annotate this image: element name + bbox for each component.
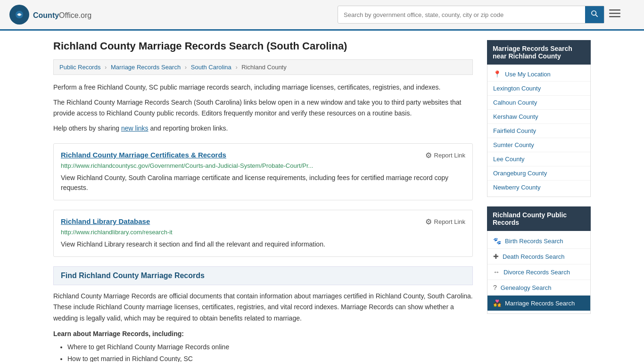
sidebar-county-orangeburg[interactable]: Orangeburg County — [487, 166, 590, 181]
report-link-2[interactable]: ⚙ Report Link — [425, 217, 465, 226]
sidebar-county-newberry[interactable]: Newberry County — [487, 181, 590, 194]
report-icon-2: ⚙ — [425, 217, 432, 226]
learn-heading: Learn about Marriage Records, including: — [53, 330, 473, 337]
sidebar-county-lexington[interactable]: Lexington County — [487, 82, 590, 96]
birth-records-item[interactable]: 🐾 Birth Records Search — [487, 233, 590, 249]
intro-paragraph-3: Help others by sharing new links and rep… — [53, 123, 473, 133]
public-records-title: Richland County Public Records — [487, 206, 591, 231]
search-input[interactable] — [338, 8, 585, 22]
link-card-2: Richland Library Database ⚙ Report Link … — [53, 210, 473, 257]
nearby-body: 📍 Use My Location Lexington County Calho… — [487, 65, 591, 197]
sidebar-county-sumter[interactable]: Sumter County — [487, 138, 590, 152]
logo-icon — [9, 5, 29, 25]
menu-icon[interactable] — [609, 8, 620, 22]
new-links-link[interactable]: new links — [121, 124, 149, 132]
marriage-records-item[interactable]: 💑 Marriage Records Search — [487, 296, 590, 311]
link-card-1-title[interactable]: Richland County Marriage Certificates & … — [61, 151, 226, 159]
use-my-location-link[interactable]: Use My Location — [505, 71, 551, 78]
link-card-1: Richland County Marriage Certificates & … — [53, 143, 473, 200]
intro-paragraph-2: The Richland County Marriage Records Sea… — [53, 97, 473, 118]
sidebar: Marriage Records Search near Richland Co… — [487, 40, 591, 362]
death-records-item[interactable]: ✚ Death Records Search — [487, 249, 590, 264]
sidebar-county-lee[interactable]: Lee County — [487, 152, 590, 166]
find-section-header: Find Richland County Marriage Records — [53, 266, 473, 285]
breadcrumb-current: Richland County — [241, 64, 286, 71]
genealogy-icon: ? — [493, 284, 497, 291]
breadcrumb-link-public-records[interactable]: Public Records — [59, 64, 100, 71]
public-records-section: Richland County Public Records 🐾 Birth R… — [487, 206, 591, 314]
report-icon-1: ⚙ — [425, 151, 432, 160]
breadcrumb-link-marriage[interactable]: Marriage Records Search — [111, 64, 181, 71]
svg-rect-5 — [609, 9, 620, 11]
bullet-item-2: How to get married in Richland County, S… — [67, 353, 473, 362]
breadcrumb: Public Records › Marriage Records Search… — [53, 59, 473, 75]
search-button[interactable] — [585, 6, 604, 23]
report-link-1[interactable]: ⚙ Report Link — [425, 151, 465, 160]
search-bar — [338, 6, 620, 24]
svg-point-2 — [18, 14, 20, 16]
svg-point-3 — [592, 11, 596, 15]
nearby-counties-section: Marriage Records Search near Richland Co… — [487, 40, 591, 197]
death-icon: ✚ — [493, 253, 499, 260]
nearby-title: Marriage Records Search near Richland Co… — [487, 40, 591, 65]
bullet-list: Where to get Richland County Marriage Re… — [53, 341, 473, 362]
link-card-2-title[interactable]: Richland Library Database — [61, 217, 150, 225]
link-card-2-desc: View Richland Library research it sectio… — [61, 239, 465, 249]
sidebar-county-kershaw[interactable]: Kershaw County — [487, 110, 590, 124]
page-wrap: Richland County Marriage Records Search … — [44, 31, 600, 362]
public-records-body: 🐾 Birth Records Search ✚ Death Records S… — [487, 231, 591, 314]
find-body: Richland County Marriage Records are off… — [53, 291, 473, 324]
birth-icon: 🐾 — [493, 237, 501, 245]
intro-paragraph-1: Perform a free Richland County, SC publi… — [53, 82, 473, 92]
logo[interactable]: CountyOffice.org — [9, 5, 91, 25]
link-card-2-url[interactable]: http://www.richlandlibrary.com/research-… — [61, 229, 465, 236]
location-icon: 📍 — [493, 70, 501, 78]
main-content: Richland County Marriage Records Search … — [53, 40, 473, 362]
divorce-records-item[interactable]: ↔ Divorce Records Search — [487, 264, 590, 280]
genealogy-item[interactable]: ? Genealogy Search — [487, 280, 590, 296]
use-my-location-item[interactable]: 📍 Use My Location — [487, 67, 590, 82]
search-input-wrap — [338, 6, 604, 24]
logo-text: CountyOffice.org — [33, 9, 91, 20]
sidebar-county-calhoun[interactable]: Calhoun County — [487, 96, 590, 110]
site-header: CountyOffice.org — [0, 0, 644, 31]
link-card-1-desc: View Richland County, South Carolina mar… — [61, 173, 465, 193]
svg-rect-6 — [609, 13, 620, 14]
marriage-icon: 💑 — [493, 299, 501, 307]
bullet-item-1: Where to get Richland County Marriage Re… — [67, 341, 473, 353]
divorce-icon: ↔ — [493, 268, 500, 276]
link-card-1-url[interactable]: http://www.richlandcountysc.gov/Governme… — [61, 162, 465, 169]
svg-rect-7 — [609, 16, 620, 17]
sidebar-county-fairfield[interactable]: Fairfield County — [487, 124, 590, 138]
breadcrumb-link-sc[interactable]: South Carolina — [191, 64, 231, 71]
page-title: Richland County Marriage Records Search … — [53, 40, 473, 52]
svg-line-4 — [595, 15, 597, 16]
